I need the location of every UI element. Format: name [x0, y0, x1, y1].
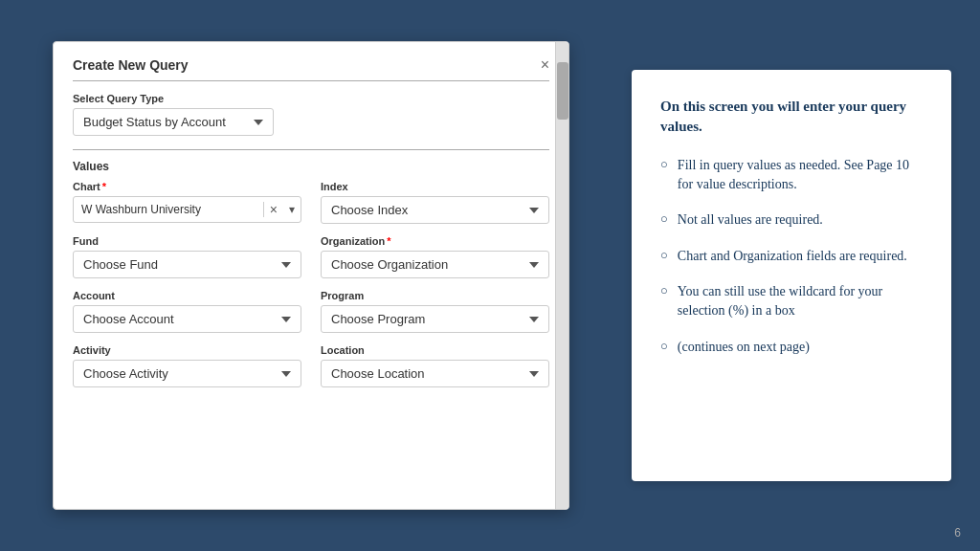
- query-type-select[interactable]: Budget Status by Account: [73, 108, 274, 136]
- org-required-star: *: [387, 235, 390, 247]
- info-list: Fill in query values as needed. See Page…: [660, 156, 923, 356]
- account-group: Account Choose Account: [73, 290, 301, 333]
- chart-select-wrapper[interactable]: W Washburn University × ▾: [73, 196, 301, 223]
- fund-group: Fund Choose Fund: [73, 235, 301, 278]
- chart-label: Chart*: [73, 181, 301, 192]
- program-group: Program Choose Program: [321, 290, 549, 333]
- modal-title: Create New Query: [73, 57, 189, 73]
- query-type-wrapper: Budget Status by Account: [73, 108, 274, 136]
- form-grid: Chart* W Washburn University × ▾ Index C…: [73, 181, 549, 387]
- chart-required-star: *: [102, 181, 106, 192]
- organization-label: Organization*: [321, 235, 549, 247]
- list-item: Not all values are required.: [660, 210, 923, 230]
- list-item: (continues on next page): [660, 338, 923, 357]
- location-label: Location: [321, 344, 549, 356]
- page-number: 6: [954, 526, 961, 540]
- list-item: Fill in query values as needed. See Page…: [660, 156, 923, 193]
- scroll-thumb[interactable]: [557, 62, 568, 120]
- scrollbar[interactable]: [555, 42, 568, 509]
- program-select[interactable]: Choose Program: [321, 305, 549, 333]
- values-divider: [73, 149, 549, 150]
- organization-select[interactable]: Choose Organization: [321, 251, 549, 278]
- index-select[interactable]: Choose Index: [321, 196, 549, 224]
- activity-select[interactable]: Choose Activity: [73, 360, 301, 387]
- query-type-label: Select Query Type: [73, 93, 549, 104]
- header-divider: [73, 80, 549, 81]
- list-item: Chart and Organization fields are requir…: [660, 247, 923, 266]
- index-group: Index Choose Index: [321, 181, 549, 224]
- left-panel: Create New Query × Select Query Type Bud…: [0, 0, 622, 551]
- values-label: Values: [73, 160, 549, 173]
- program-label: Program: [321, 290, 549, 301]
- chart-group: Chart* W Washburn University × ▾: [73, 181, 301, 224]
- activity-label: Activity: [73, 344, 301, 356]
- location-select[interactable]: Choose Location: [321, 360, 549, 387]
- activity-group: Activity Choose Activity: [73, 344, 301, 387]
- organization-group: Organization* Choose Organization: [321, 235, 549, 278]
- account-select[interactable]: Choose Account: [73, 305, 301, 333]
- modal-header: Create New Query ×: [73, 57, 549, 73]
- fund-label: Fund: [73, 235, 301, 247]
- fund-select[interactable]: Choose Fund: [73, 251, 301, 278]
- info-intro: On this screen you will enter your query…: [660, 97, 923, 137]
- query-type-group: Select Query Type Budget Status by Accou…: [73, 93, 549, 136]
- right-panel: On this screen you will enter your query…: [622, 0, 980, 551]
- chart-chevron-icon[interactable]: ▾: [283, 203, 301, 216]
- chart-value: W Washburn University: [74, 197, 263, 222]
- modal-dialog: Create New Query × Select Query Type Bud…: [53, 41, 569, 510]
- location-group: Location Choose Location: [321, 344, 549, 387]
- chart-clear-button[interactable]: ×: [263, 202, 283, 217]
- index-label: Index: [321, 181, 549, 192]
- close-button[interactable]: ×: [541, 57, 549, 73]
- info-card: On this screen you will enter your query…: [632, 70, 951, 481]
- account-label: Account: [73, 290, 301, 301]
- list-item: You can still use the wildcard for your …: [660, 282, 923, 320]
